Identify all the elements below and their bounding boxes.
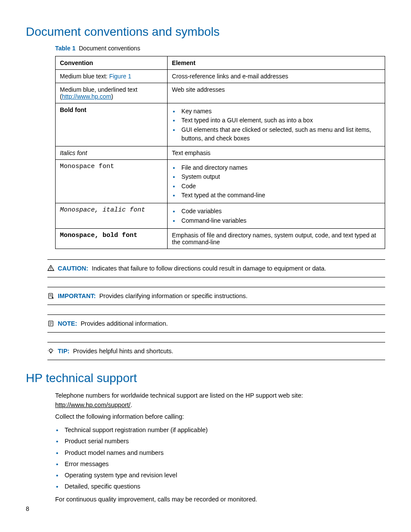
xref-link[interactable]: Figure 1 <box>109 73 131 80</box>
admon-text: Provides helpful hints and shortcuts. <box>73 348 173 355</box>
list-item: Command-line variables <box>172 216 380 225</box>
list-item: Error messages <box>55 459 385 469</box>
table-row: Medium blue, underlined text (http://www… <box>56 83 385 103</box>
section-heading: HP technical support <box>26 371 385 385</box>
list-item: File and directory names <box>172 163 380 172</box>
admon-lead: IMPORTANT: <box>58 292 96 299</box>
conv-text: Medium blue, underlined text <box>60 86 137 93</box>
list-item: Code variables <box>172 207 380 215</box>
table-caption: Table 1 Document conventions <box>55 45 385 52</box>
body-paragraph: Collect the following information before… <box>55 412 385 422</box>
conv-text: Medium blue text: <box>60 73 109 80</box>
elem-text: Cross-reference links and e-mail address… <box>168 70 385 83</box>
table-row: Monospace, bold font Emphasis of file an… <box>56 228 385 249</box>
list-item: Operating system type and revision level <box>55 470 385 480</box>
list-item: Key names <box>172 107 380 115</box>
list-item: System output <box>172 172 380 181</box>
admonition-important: IMPORTANT: Provides clarifying informati… <box>47 287 385 305</box>
conv-text: Italics font <box>56 146 168 160</box>
table-row: Italics font Text emphasis <box>56 146 385 160</box>
important-icon <box>47 292 54 299</box>
conv-text: Monospace, bold font <box>56 228 168 249</box>
tip-icon <box>47 348 54 355</box>
list-item: GUI elements that are clicked or selecte… <box>172 125 380 143</box>
body-paragraph: For continuous quality improvement, call… <box>55 495 385 504</box>
svg-point-1 <box>50 269 51 270</box>
table-row: Monospace font File and directory names … <box>56 160 385 203</box>
conv-text: Bold font <box>56 103 168 146</box>
conventions-table: Convention Element Medium blue text: Fig… <box>55 56 385 249</box>
conv-text: Monospace, italic font <box>56 203 168 229</box>
admon-text: Indicates that failure to follow directi… <box>92 265 326 272</box>
table-caption-lead: Table 1 <box>55 45 75 52</box>
conv-text: Monospace font <box>56 160 168 203</box>
web-link[interactable]: http://www.hp.com/support/ <box>55 401 131 408</box>
body-paragraph: Telephone numbers for worldwide technica… <box>55 391 385 410</box>
admonition-note: NOTE: Provides additional information. <box>47 314 385 333</box>
page-number: 8 <box>26 505 29 512</box>
admon-lead: NOTE: <box>58 320 77 327</box>
svg-line-15 <box>49 349 50 349</box>
list-item: Product serial numbers <box>55 436 385 446</box>
web-link[interactable]: http://www.hp.com <box>62 93 111 100</box>
table-caption-text: Document conventions <box>79 45 140 52</box>
paren: ) <box>111 93 113 100</box>
th-convention: Convention <box>56 56 168 70</box>
admon-lead: TIP: <box>58 348 69 355</box>
table-row: Medium blue text: Figure 1 Cross-referen… <box>56 70 385 83</box>
th-element: Element <box>168 56 385 70</box>
admonition-tip: TIP: Provides helpful hints and shortcut… <box>47 342 385 360</box>
list-item: Text typed at the command-line <box>172 191 380 199</box>
svg-point-9 <box>50 349 53 352</box>
elem-text: Text emphasis <box>168 146 385 160</box>
table-row: Monospace, italic font Code variables Co… <box>56 203 385 229</box>
list-item: Code <box>172 182 380 190</box>
list-item: Detailed, specific questions <box>55 482 385 492</box>
admon-text: Provides clarifying information or speci… <box>99 292 247 299</box>
admonition-caution: CAUTION: Indicates that failure to follo… <box>47 259 385 277</box>
section-heading: Document conventions and symbols <box>26 25 385 39</box>
svg-line-16 <box>53 349 53 349</box>
body-list: Technical support registration number (i… <box>55 425 385 492</box>
note-icon <box>47 320 54 327</box>
admon-lead: CAUTION: <box>58 265 88 272</box>
list-item: Technical support registration number (i… <box>55 425 385 435</box>
list-item: Product model names and numbers <box>55 448 385 458</box>
list-item: Text typed into a GUI element, such as i… <box>172 116 380 124</box>
table-row: Bold font Key names Text typed into a GU… <box>56 103 385 146</box>
elem-text: Emphasis of file and directory names, sy… <box>168 228 385 249</box>
admon-text: Provides additional information. <box>81 320 168 327</box>
caution-icon <box>47 265 54 271</box>
elem-text: Web site addresses <box>168 83 385 103</box>
